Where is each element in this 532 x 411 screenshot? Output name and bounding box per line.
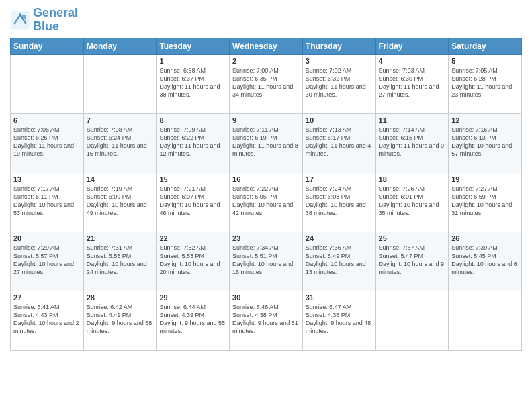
calendar-cell: 5Sunrise: 7:05 AM Sunset: 6:28 PM Daylig… xyxy=(449,54,522,113)
day-number: 17 xyxy=(306,175,373,183)
day-number: 23 xyxy=(232,234,300,242)
day-number: 5 xyxy=(451,57,519,65)
calendar-cell: 2Sunrise: 7:00 AM Sunset: 6:35 PM Daylig… xyxy=(230,54,303,113)
day-info: Sunrise: 6:58 AM Sunset: 6:37 PM Dayligh… xyxy=(159,66,226,99)
calendar-cell: 19Sunrise: 7:27 AM Sunset: 5:59 PM Dayli… xyxy=(449,173,522,232)
day-info: Sunrise: 7:00 AM Sunset: 6:35 PM Dayligh… xyxy=(232,66,300,99)
calendar-cell: 4Sunrise: 7:03 AM Sunset: 6:30 PM Daylig… xyxy=(375,54,449,113)
day-info: Sunrise: 7:22 AM Sunset: 6:05 PM Dayligh… xyxy=(232,185,300,218)
day-number: 16 xyxy=(232,175,300,183)
logo-blue: Blue xyxy=(33,19,59,33)
weekday-header: Wednesday xyxy=(230,38,303,54)
calendar-week-row: 20Sunrise: 7:29 AM Sunset: 5:57 PM Dayli… xyxy=(11,232,522,291)
svg-point-1 xyxy=(19,13,22,17)
day-number: 10 xyxy=(306,116,373,124)
day-number: 24 xyxy=(306,234,373,242)
day-number: 26 xyxy=(451,234,519,242)
calendar-cell: 13Sunrise: 7:17 AM Sunset: 6:11 PM Dayli… xyxy=(11,173,84,232)
calendar-cell: 22Sunrise: 7:32 AM Sunset: 5:53 PM Dayli… xyxy=(157,232,230,291)
day-info: Sunrise: 6:41 AM Sunset: 4:43 PM Dayligh… xyxy=(13,303,81,336)
weekday-header: Saturday xyxy=(449,38,522,54)
calendar-week-row: 1Sunrise: 6:58 AM Sunset: 6:37 PM Daylig… xyxy=(11,54,522,113)
day-info: Sunrise: 7:19 AM Sunset: 6:09 PM Dayligh… xyxy=(87,185,154,218)
day-info: Sunrise: 7:37 AM Sunset: 5:47 PM Dayligh… xyxy=(379,244,446,277)
day-number: 12 xyxy=(451,116,519,124)
calendar-cell: 27Sunrise: 6:41 AM Sunset: 4:43 PM Dayli… xyxy=(11,291,84,350)
day-info: Sunrise: 7:08 AM Sunset: 6:24 PM Dayligh… xyxy=(87,126,154,158)
day-number: 14 xyxy=(87,175,154,183)
logo: General Blue xyxy=(10,7,78,34)
calendar-cell: 9Sunrise: 7:11 AM Sunset: 6:19 PM Daylig… xyxy=(230,113,303,173)
day-info: Sunrise: 7:02 AM Sunset: 6:32 PM Dayligh… xyxy=(306,66,373,99)
day-number: 3 xyxy=(306,57,373,65)
logo-general: General xyxy=(33,6,78,19)
calendar-header-row: SundayMondayTuesdayWednesdayThursdayFrid… xyxy=(11,38,522,54)
logo-icon xyxy=(10,10,30,30)
calendar-cell: 14Sunrise: 7:19 AM Sunset: 6:09 PM Dayli… xyxy=(83,173,157,232)
day-number: 2 xyxy=(232,57,300,65)
calendar-cell: 10Sunrise: 7:13 AM Sunset: 6:17 PM Dayli… xyxy=(302,113,375,173)
calendar-cell: 1Sunrise: 6:58 AM Sunset: 6:37 PM Daylig… xyxy=(157,54,230,113)
weekday-header: Thursday xyxy=(302,38,375,54)
day-info: Sunrise: 6:44 AM Sunset: 4:39 PM Dayligh… xyxy=(159,303,226,336)
calendar-cell: 21Sunrise: 7:31 AM Sunset: 5:55 PM Dayli… xyxy=(83,232,157,291)
weekday-header: Tuesday xyxy=(157,38,230,54)
day-number: 20 xyxy=(13,234,81,242)
calendar-cell xyxy=(375,291,449,350)
calendar-week-row: 13Sunrise: 7:17 AM Sunset: 6:11 PM Dayli… xyxy=(11,173,522,232)
calendar-cell xyxy=(83,54,157,113)
day-info: Sunrise: 7:29 AM Sunset: 5:57 PM Dayligh… xyxy=(13,244,81,277)
calendar: SundayMondayTuesdayWednesdayThursdayFrid… xyxy=(10,38,522,351)
calendar-cell: 28Sunrise: 6:42 AM Sunset: 4:41 PM Dayli… xyxy=(83,291,157,350)
logo-text: General Blue xyxy=(33,7,78,34)
weekday-header: Sunday xyxy=(11,38,84,54)
day-info: Sunrise: 7:27 AM Sunset: 5:59 PM Dayligh… xyxy=(451,185,519,218)
day-info: Sunrise: 7:17 AM Sunset: 6:11 PM Dayligh… xyxy=(13,185,81,218)
calendar-cell: 24Sunrise: 7:36 AM Sunset: 5:49 PM Dayli… xyxy=(302,232,375,291)
day-number: 7 xyxy=(87,116,154,124)
day-info: Sunrise: 7:34 AM Sunset: 5:51 PM Dayligh… xyxy=(232,244,300,277)
day-number: 22 xyxy=(159,234,226,242)
calendar-cell: 15Sunrise: 7:21 AM Sunset: 6:07 PM Dayli… xyxy=(157,173,230,232)
day-number: 31 xyxy=(306,293,373,302)
day-info: Sunrise: 6:46 AM Sunset: 4:38 PM Dayligh… xyxy=(232,303,300,336)
day-number: 11 xyxy=(379,116,446,124)
day-number: 29 xyxy=(159,293,226,302)
calendar-cell: 7Sunrise: 7:08 AM Sunset: 6:24 PM Daylig… xyxy=(83,113,157,173)
day-info: Sunrise: 7:31 AM Sunset: 5:55 PM Dayligh… xyxy=(87,244,154,277)
day-number: 15 xyxy=(159,175,226,183)
day-info: Sunrise: 7:36 AM Sunset: 5:49 PM Dayligh… xyxy=(306,244,373,277)
calendar-cell: 3Sunrise: 7:02 AM Sunset: 6:32 PM Daylig… xyxy=(302,54,375,113)
day-number: 13 xyxy=(13,175,81,183)
day-number: 30 xyxy=(232,293,300,302)
day-info: Sunrise: 7:32 AM Sunset: 5:53 PM Dayligh… xyxy=(159,244,226,277)
calendar-cell xyxy=(11,54,84,113)
day-number: 6 xyxy=(13,116,81,124)
calendar-cell: 23Sunrise: 7:34 AM Sunset: 5:51 PM Dayli… xyxy=(230,232,303,291)
calendar-week-row: 6Sunrise: 7:06 AM Sunset: 6:26 PM Daylig… xyxy=(11,113,522,173)
day-info: Sunrise: 7:14 AM Sunset: 6:15 PM Dayligh… xyxy=(379,126,446,158)
day-info: Sunrise: 7:21 AM Sunset: 6:07 PM Dayligh… xyxy=(159,185,226,218)
calendar-week-row: 27Sunrise: 6:41 AM Sunset: 4:43 PM Dayli… xyxy=(11,291,522,350)
calendar-cell: 18Sunrise: 7:26 AM Sunset: 6:01 PM Dayli… xyxy=(375,173,449,232)
calendar-cell: 31Sunrise: 6:47 AM Sunset: 4:36 PM Dayli… xyxy=(302,291,375,350)
day-info: Sunrise: 7:05 AM Sunset: 6:28 PM Dayligh… xyxy=(451,66,519,99)
calendar-cell: 8Sunrise: 7:09 AM Sunset: 6:22 PM Daylig… xyxy=(157,113,230,173)
day-info: Sunrise: 7:03 AM Sunset: 6:30 PM Dayligh… xyxy=(379,66,446,99)
day-info: Sunrise: 7:26 AM Sunset: 6:01 PM Dayligh… xyxy=(379,185,446,218)
day-number: 28 xyxy=(87,293,154,302)
weekday-header: Monday xyxy=(83,38,157,54)
calendar-cell: 17Sunrise: 7:24 AM Sunset: 6:03 PM Dayli… xyxy=(302,173,375,232)
day-info: Sunrise: 7:39 AM Sunset: 5:45 PM Dayligh… xyxy=(451,244,519,277)
day-info: Sunrise: 7:06 AM Sunset: 6:26 PM Dayligh… xyxy=(13,126,81,158)
day-info: Sunrise: 7:13 AM Sunset: 6:17 PM Dayligh… xyxy=(306,126,373,158)
day-info: Sunrise: 7:09 AM Sunset: 6:22 PM Dayligh… xyxy=(159,126,226,158)
calendar-cell: 20Sunrise: 7:29 AM Sunset: 5:57 PM Dayli… xyxy=(11,232,84,291)
calendar-cell: 16Sunrise: 7:22 AM Sunset: 6:05 PM Dayli… xyxy=(230,173,303,232)
day-number: 21 xyxy=(87,234,154,242)
calendar-cell: 29Sunrise: 6:44 AM Sunset: 4:39 PM Dayli… xyxy=(157,291,230,350)
day-number: 9 xyxy=(232,116,300,124)
calendar-cell: 12Sunrise: 7:16 AM Sunset: 6:13 PM Dayli… xyxy=(449,113,522,173)
day-number: 18 xyxy=(379,175,446,183)
weekday-header: Friday xyxy=(375,38,449,54)
